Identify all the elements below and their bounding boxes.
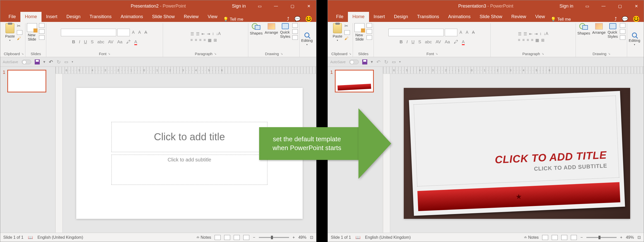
qat-customize-icon[interactable]: ▾: [399, 60, 401, 63]
case-icon[interactable]: Aa: [116, 39, 124, 45]
italic-icon[interactable]: I: [78, 39, 82, 45]
quick-styles-button[interactable]: Quick Styles: [280, 23, 290, 39]
tab-transitions[interactable]: Transitions: [85, 12, 116, 22]
shape-effects-icon[interactable]: [292, 35, 298, 40]
font-color-icon[interactable]: A: [133, 39, 138, 45]
tab-review[interactable]: Review: [507, 12, 531, 22]
align-left-icon[interactable]: ≡: [190, 38, 193, 43]
qat-dropdown-icon[interactable]: ▾: [43, 59, 45, 64]
font-family-combo[interactable]: [388, 29, 444, 36]
drawing-launcher-icon[interactable]: ↘: [608, 52, 610, 55]
bold-icon[interactable]: B: [71, 39, 76, 45]
tab-animations[interactable]: Animations: [116, 12, 147, 22]
slideshow-view-icon[interactable]: [243, 235, 249, 240]
shape-fill-icon[interactable]: [620, 23, 625, 28]
strike-icon[interactable]: abc: [424, 39, 433, 45]
spacing-icon[interactable]: AV: [107, 39, 114, 45]
shape-outline-icon[interactable]: [292, 29, 298, 34]
reading-view-icon[interactable]: [234, 235, 240, 240]
align-right-icon[interactable]: ≡: [199, 38, 201, 43]
zoom-percent[interactable]: 49%: [626, 235, 634, 240]
grow-font-icon[interactable]: A: [131, 29, 136, 36]
zoom-percent[interactable]: 49%: [298, 235, 306, 240]
fit-to-window-icon[interactable]: ⊡: [637, 235, 641, 240]
numbering-icon[interactable]: ☰: [524, 31, 527, 36]
language-indicator[interactable]: English (United Kingdom): [365, 235, 411, 240]
shadow-icon[interactable]: S: [90, 39, 95, 45]
slideshow-view-icon[interactable]: [571, 235, 577, 240]
underline-icon[interactable]: U: [410, 39, 416, 45]
shrink-font-icon[interactable]: A: [464, 29, 470, 36]
font-size-combo[interactable]: [445, 29, 457, 36]
comments-icon[interactable]: 💬: [622, 16, 628, 22]
align-center-icon[interactable]: ≡: [522, 38, 525, 43]
smartart-icon[interactable]: ⊞: [541, 38, 544, 43]
indent-inc-icon[interactable]: ⇥: [534, 31, 538, 36]
subtitle-placeholder[interactable]: Click to add subtitle: [111, 155, 267, 185]
section-icon[interactable]: [39, 35, 45, 40]
sign-in-link[interactable]: Sign in: [559, 4, 573, 9]
highlight-icon[interactable]: 🖍: [125, 39, 132, 45]
zoom-slider[interactable]: [259, 237, 289, 238]
undo-icon[interactable]: ↶: [376, 59, 381, 65]
tab-slideshow[interactable]: Slide Show: [475, 12, 507, 22]
tell-me-search[interactable]: 💡 Tell me: [551, 17, 571, 22]
tab-file[interactable]: File: [332, 12, 348, 22]
bold-icon[interactable]: B: [398, 39, 404, 45]
spellcheck-icon[interactable]: 📖: [355, 235, 360, 240]
arrange-button[interactable]: Arrange: [592, 23, 606, 34]
ribbon-display-icon[interactable]: ▭: [255, 0, 265, 12]
tab-view[interactable]: View: [203, 12, 222, 22]
shape-outline-icon[interactable]: [620, 29, 625, 34]
feedback-smiley-icon[interactable]: [633, 16, 639, 22]
layout-icon[interactable]: [367, 23, 372, 28]
highlight-icon[interactable]: 🖍: [453, 39, 459, 45]
clipboard-launcher-icon[interactable]: ↘: [349, 52, 351, 55]
copy-icon[interactable]: [344, 30, 350, 35]
undo-icon[interactable]: ↶: [49, 59, 53, 65]
shape-fill-icon[interactable]: [292, 23, 298, 28]
minimize-button[interactable]: —: [598, 0, 609, 12]
new-slide-button[interactable]: New Slide: [27, 23, 37, 41]
zoom-out-icon[interactable]: −: [580, 235, 583, 240]
maximize-button[interactable]: ▢: [287, 0, 297, 12]
normal-view-icon[interactable]: [542, 235, 548, 240]
format-painter-icon[interactable]: 🖌: [17, 36, 22, 41]
shapes-button[interactable]: Shapes: [250, 23, 263, 35]
align-center-icon[interactable]: ≡: [195, 38, 197, 43]
slide-thumbnail[interactable]: [7, 70, 46, 92]
feedback-smiley-icon[interactable]: [306, 16, 312, 22]
language-indicator[interactable]: English (United Kingdom): [37, 235, 83, 240]
quick-styles-button[interactable]: Quick Styles: [608, 23, 618, 39]
font-launcher-icon[interactable]: ↘: [108, 52, 110, 55]
autosave-toggle[interactable]: [349, 60, 359, 64]
drawing-launcher-icon[interactable]: ↘: [280, 52, 283, 55]
line-spacing-icon[interactable]: ↕: [540, 31, 542, 36]
justify-icon[interactable]: ≡: [204, 38, 206, 43]
reset-icon[interactable]: [367, 29, 372, 34]
save-icon[interactable]: [362, 59, 367, 64]
paragraph-launcher-icon[interactable]: ↘: [214, 52, 216, 55]
sorter-view-icon[interactable]: [224, 235, 230, 240]
editing-button[interactable]: Editing▾: [301, 32, 313, 46]
indent-dec-icon[interactable]: ⇤: [529, 31, 532, 36]
font-color-icon[interactable]: A: [461, 39, 466, 45]
clipboard-launcher-icon[interactable]: ↘: [21, 52, 24, 55]
notes-button[interactable]: ≐ Notes: [196, 235, 211, 240]
spacing-icon[interactable]: AV: [434, 39, 442, 45]
shadow-icon[interactable]: S: [417, 39, 422, 45]
font-family-combo[interactable]: [61, 29, 116, 36]
underline-icon[interactable]: U: [83, 39, 88, 45]
share-icon[interactable]: ⤴: [287, 16, 289, 22]
normal-view-icon[interactable]: [215, 235, 221, 240]
tab-transitions[interactable]: Transitions: [413, 12, 444, 22]
align-right-icon[interactable]: ≡: [527, 38, 529, 43]
fit-to-window-icon[interactable]: ⊡: [310, 235, 313, 240]
tab-file[interactable]: File: [4, 12, 20, 22]
close-button[interactable]: ✕: [631, 0, 641, 12]
tab-slideshow[interactable]: Slide Show: [148, 12, 179, 22]
save-icon[interactable]: [35, 59, 40, 64]
tab-view[interactable]: View: [531, 12, 550, 22]
new-slide-button[interactable]: New Slide: [354, 23, 365, 41]
columns-icon[interactable]: ▦: [208, 38, 212, 43]
